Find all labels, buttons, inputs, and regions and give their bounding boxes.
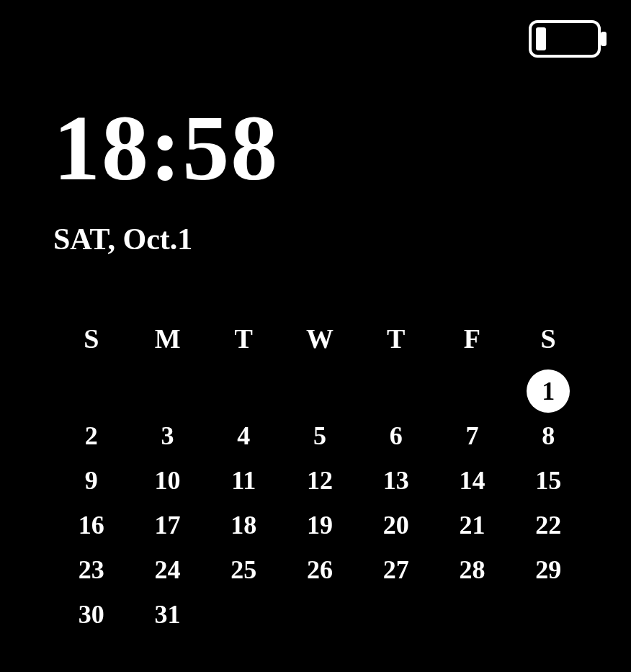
- calendar-day[interactable]: 30: [53, 592, 130, 637]
- calendar-day[interactable]: 25: [205, 547, 282, 592]
- calendar-day[interactable]: 5: [282, 413, 358, 458]
- calendar-day[interactable]: 4: [205, 413, 282, 458]
- calendar-day[interactable]: 19: [282, 503, 358, 547]
- calendar-day[interactable]: 21: [434, 503, 511, 547]
- lock-screen: 18:58 SAT, Oct.1 S M T W T F S 1 2 3 4: [0, 0, 631, 672]
- calendar-day[interactable]: [282, 592, 358, 637]
- calendar-day[interactable]: 16: [53, 503, 130, 547]
- calendar-week-row: 30 31: [53, 592, 586, 637]
- calendar-day[interactable]: 29: [510, 547, 586, 592]
- calendar-day[interactable]: 8: [510, 413, 586, 458]
- calendar-day[interactable]: 7: [434, 413, 511, 458]
- calendar: S M T W T F S 1 2 3 4 5 6 7 8: [53, 317, 586, 637]
- calendar-week-row: 2 3 4 5 6 7 8: [53, 413, 586, 458]
- weekday-label: W: [282, 317, 358, 369]
- calendar-day[interactable]: 23: [53, 547, 130, 592]
- calendar-day[interactable]: 9: [53, 458, 130, 503]
- calendar-day[interactable]: 12: [282, 458, 358, 503]
- calendar-day[interactable]: 13: [358, 458, 434, 503]
- calendar-week-row: 9 10 11 12 13 14 15: [53, 458, 586, 503]
- calendar-day[interactable]: 27: [358, 547, 434, 592]
- weekday-label: T: [205, 317, 282, 369]
- calendar-day[interactable]: 2: [53, 413, 130, 458]
- svg-rect-1: [601, 32, 607, 46]
- calendar-week-row: 1: [53, 369, 586, 413]
- time-display: 18:58: [53, 101, 279, 194]
- battery-icon: [529, 20, 608, 58]
- calendar-day[interactable]: [510, 592, 586, 637]
- calendar-day[interactable]: 14: [434, 458, 511, 503]
- calendar-day-today[interactable]: 1: [510, 369, 586, 413]
- calendar-day[interactable]: [434, 592, 511, 637]
- weekday-label: S: [510, 317, 586, 369]
- calendar-day[interactable]: 20: [358, 503, 434, 547]
- calendar-day[interactable]: 10: [130, 458, 206, 503]
- calendar-day[interactable]: 18: [205, 503, 282, 547]
- weekday-label: F: [434, 317, 511, 369]
- calendar-day[interactable]: 3: [130, 413, 206, 458]
- calendar-day[interactable]: 22: [510, 503, 586, 547]
- calendar-day[interactable]: 26: [282, 547, 358, 592]
- calendar-day[interactable]: [53, 369, 130, 413]
- weekday-label: S: [53, 317, 130, 369]
- date-display: SAT, Oct.1: [53, 222, 279, 256]
- calendar-day[interactable]: [358, 369, 434, 413]
- calendar-week-row: 16 17 18 19 20 21 22: [53, 503, 586, 547]
- calendar-day[interactable]: [358, 592, 434, 637]
- calendar-weekday-row: S M T W T F S: [53, 317, 586, 369]
- calendar-day[interactable]: 24: [130, 547, 206, 592]
- svg-rect-2: [536, 27, 546, 50]
- weekday-label: T: [358, 317, 434, 369]
- calendar-day[interactable]: 11: [205, 458, 282, 503]
- calendar-day[interactable]: [205, 592, 282, 637]
- weekday-label: M: [130, 317, 206, 369]
- calendar-day[interactable]: 15: [510, 458, 586, 503]
- clock-block: 18:58 SAT, Oct.1: [53, 101, 279, 256]
- calendar-day[interactable]: [282, 369, 358, 413]
- calendar-day[interactable]: 31: [130, 592, 206, 637]
- calendar-day[interactable]: 17: [130, 503, 206, 547]
- calendar-day[interactable]: [205, 369, 282, 413]
- calendar-day[interactable]: [130, 369, 206, 413]
- calendar-week-row: 23 24 25 26 27 28 29: [53, 547, 586, 592]
- calendar-day[interactable]: [434, 369, 511, 413]
- today-highlight: 1: [527, 369, 570, 413]
- calendar-day[interactable]: 28: [434, 547, 511, 592]
- calendar-day[interactable]: 6: [358, 413, 434, 458]
